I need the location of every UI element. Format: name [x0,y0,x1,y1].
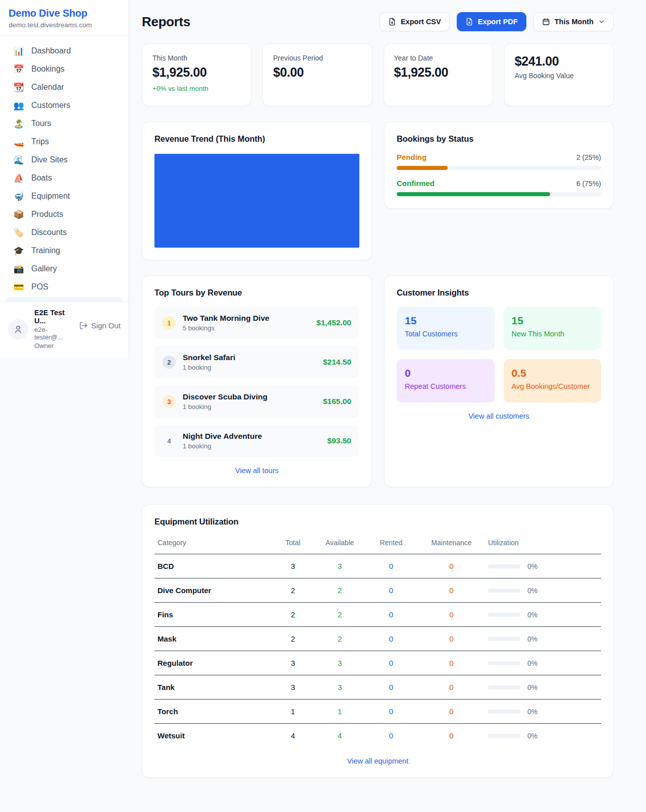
sidebar-item-trips[interactable]: 🚤 Trips [6,133,123,151]
tour-row: 4 Night Dive Adventure 1 booking $93.50 [154,425,359,457]
tile-total-customers: 15 Total Customers [397,307,495,350]
cell-maintenance: 0 [418,554,485,578]
sidebar-item-label: Discounts [31,228,67,237]
cell-rented: 0 [364,700,418,724]
sign-out-label: Sign Out [91,321,121,330]
customers-icon: 👥 [13,101,24,110]
user-email: e2e-tester@... [34,326,73,341]
sign-out-button[interactable]: Sign Out [79,321,121,330]
top-tours-card: Top Tours by Revenue 1 Two Tank Morning … [142,275,372,487]
sidebar-item-bookings[interactable]: 📅 Bookings [6,60,123,78]
status-count: 6 (75%) [576,180,601,188]
sidebar-item-calendar[interactable]: 📆 Calendar [6,78,123,96]
column-header-rented: Rented [364,534,418,554]
utilization-bar [488,734,520,738]
cell-available: 2 [315,578,364,603]
trips-icon: 🚤 [13,138,24,146]
status-row-confirmed: Confirmed 6 (75%) [397,179,601,196]
rank-badge: 3 [163,395,176,408]
utilization-percent: 0% [527,732,537,740]
rank-badge: 4 [163,434,176,447]
stat-card-year-to-date: Year to Date $1,925.00 [384,43,493,106]
sidebar-item-pos[interactable]: 💳 POS [6,278,123,296]
view-all-tours-link[interactable]: View all tours [154,467,359,475]
utilization-bar [488,589,520,593]
file-download-icon [388,18,396,26]
sidebar-item-discounts[interactable]: 🏷️ Discounts [6,223,123,242]
cell-rented: 0 [364,675,418,700]
tile-value: 15 [405,315,487,327]
utilization-percent: 0% [527,611,537,619]
utilization-percent: 0% [527,708,537,716]
products-icon: 📦 [13,210,24,219]
status-progress-track [397,166,601,170]
main-content: Reports Export CSV Export PDF This Month… [129,0,646,798]
cell-rented: 0 [364,603,418,627]
boats-icon: ⛵ [13,174,24,183]
bookings-icon: 📅 [13,65,24,74]
tour-name: Discover Scuba Diving [183,392,316,401]
cell-utilization: 0% [485,675,601,700]
sidebar-item-label: Equipment [31,192,70,201]
period-dropdown[interactable]: This Month [533,12,614,31]
sidebar-item-tours[interactable]: 🏝️ Tours [6,114,123,133]
sidebar-item-dive-sites[interactable]: 🌊 Dive Sites [6,151,123,169]
calendar-icon [542,18,550,26]
utilization-percent: 0% [527,635,537,643]
cell-available: 4 [315,724,364,748]
dive-sites-icon: 🌊 [13,156,24,164]
sidebar-item-customers[interactable]: 👥 Customers [6,96,123,114]
sidebar-item-label: Training [31,246,60,255]
tours-icon: 🏝️ [13,120,24,128]
sidebar-item-products[interactable]: 📦 Products [6,205,123,223]
sidebar-item-reports[interactable] [6,297,123,302]
tile-avg-bookings-customer: 0.5 Avg Bookings/Customer [504,359,602,402]
cell-available: 3 [315,651,364,675]
stat-card-previous-period: Previous Period $0.00 [262,43,372,106]
user-info: E2E Test U... e2e-tester@... Owner [34,309,73,350]
export-pdf-button[interactable]: Export PDF [457,12,526,31]
sidebar-item-equipment[interactable]: 🤿 Equipment [6,187,123,205]
utilization-bar [488,637,520,641]
sidebar-item-label: Customers [31,101,70,110]
bookings-by-status-card: Bookings by Status Pending 2 (25%) Confi… [384,122,614,209]
cell-category: Regulator [154,651,271,675]
stat-card-this-month: This Month $1,925.00 +0% vs last month [142,43,251,106]
cell-utilization: 0% [485,700,601,724]
avatar [8,319,28,339]
tour-row: 3 Discover Scuba Diving 1 booking $165.0… [154,385,359,418]
stat-value: $241.00 [515,54,603,69]
cell-available: 3 [315,554,364,578]
sidebar-item-gallery[interactable]: 📸 Gallery [6,260,123,278]
stat-label: Avg Booking Value [515,72,603,80]
cell-category: Dive Computer [154,578,271,603]
sidebar-item-training[interactable]: 🎓 Training [6,242,123,260]
cell-rented: 0 [364,554,418,578]
utilization-percent: 0% [527,587,537,595]
tour-row: 1 Two Tank Morning Dive 5 bookings $1,45… [154,307,359,339]
tour-list: 1 Two Tank Morning Dive 5 bookings $1,45… [154,307,359,457]
view-all-customers-link[interactable]: View all customers [397,412,601,420]
tile-repeat-customers: 0 Repeat Customers [397,359,495,402]
sidebar-nav: 📊 Dashboard 📅 Bookings 📆 Calendar 👥 Cust… [0,36,129,302]
stat-label: Previous Period [273,54,361,62]
rank-badge: 1 [163,316,176,329]
export-csv-button[interactable]: Export CSV [380,12,450,31]
tour-name: Snorkel Safari [183,353,316,362]
cell-total: 1 [271,700,315,724]
status-progress-fill [397,166,448,170]
sidebar-item-label: Boats [31,173,52,183]
tour-bookings: 1 booking [183,442,320,450]
tile-label: Total Customers [405,330,487,338]
tour-amount: $214.50 [323,358,351,367]
tour-amount: $165.00 [323,397,351,406]
sidebar-item-dashboard[interactable]: 📊 Dashboard [6,42,123,60]
user-name: E2E Test U... [34,309,73,325]
stat-card-avg-booking-value: $241.00 Avg Booking Value [504,43,614,106]
sidebar-item-label: Dashboard [31,46,71,55]
view-all-equipment-link[interactable]: View all equipment [154,757,601,765]
table-row: BCD 3 3 0 0 0% [154,554,601,578]
page-title: Reports [142,14,190,30]
tour-amount: $93.50 [328,436,351,445]
sidebar-item-boats[interactable]: ⛵ Boats [6,169,123,187]
